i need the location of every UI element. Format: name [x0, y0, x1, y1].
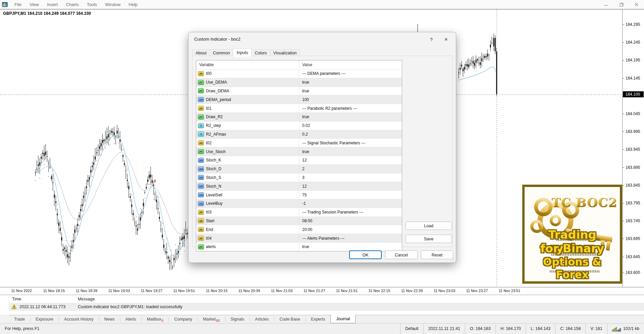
- param-row-t00[interactable]: abt00--- DEMA parameters ---: [196, 69, 402, 78]
- price-axis[interactable]: 164.295164.245164.195164.145164.095164.0…: [622, 9, 644, 287]
- terminal-tab-signals[interactable]: Signals: [225, 315, 250, 323]
- terminal-tab-news[interactable]: News: [99, 315, 120, 323]
- param-row-Stoch_K[interactable]: 123Stoch_K12: [196, 156, 402, 165]
- terminal-tab-account-history[interactable]: Account History: [59, 315, 99, 323]
- minimize-button[interactable]: [599, 0, 614, 9]
- dialog-close-button[interactable]: ✕: [440, 35, 452, 44]
- menu-item-window[interactable]: Window: [101, 0, 124, 9]
- param-type-double-icon: ½: [198, 132, 204, 137]
- param-value[interactable]: 0.2: [299, 130, 402, 139]
- param-value[interactable]: true: [299, 78, 402, 87]
- terminal-panel: Time Message 2022.11.12 06:44:11.773 Cus…: [0, 295, 644, 315]
- param-row-R2_step[interactable]: ½R2_step0.02: [196, 122, 402, 130]
- param-row-t03[interactable]: abt03--- Trading Session Parameters ---: [196, 208, 402, 217]
- param-row-t01[interactable]: abt01--- Parabolic R2 parameters ---: [196, 104, 402, 113]
- param-variable-cell: abt02: [196, 139, 299, 147]
- param-row-DEMA_period[interactable]: 123DEMA_period100: [196, 95, 402, 104]
- menu-item-charts[interactable]: Charts: [62, 0, 83, 9]
- param-value[interactable]: --- Parabolic R2 parameters ---: [299, 104, 402, 112]
- param-row-t04[interactable]: abt04--- Alerts Parameters ---: [196, 234, 402, 243]
- param-value[interactable]: 12: [299, 156, 402, 164]
- restore-button[interactable]: [614, 0, 629, 9]
- param-variable-cell: abt04: [196, 234, 299, 242]
- param-row-R2_AFmax[interactable]: ½R2_AFmax0.2: [196, 130, 402, 139]
- param-value[interactable]: 75: [299, 191, 402, 199]
- price-tick-label: 163.645: [626, 254, 640, 259]
- close-button[interactable]: [629, 0, 644, 9]
- menu-item-view[interactable]: View: [25, 0, 43, 9]
- status-profile[interactable]: Default: [400, 324, 423, 334]
- resize-grip[interactable]: [451, 257, 454, 261]
- param-row-t02[interactable]: abt02--- Signal Stochastic Parameters --…: [196, 139, 402, 147]
- terminal-tab-code-base[interactable]: Code Base: [274, 315, 306, 323]
- param-row-Stoch_S[interactable]: 123Stoch_S3: [196, 174, 402, 182]
- tab-label: Code Base: [279, 317, 300, 322]
- price-tick-label: 164.045: [626, 111, 640, 116]
- param-row-Draw_R2[interactable]: Draw_R2true: [196, 113, 402, 122]
- load-button[interactable]: Load: [406, 222, 452, 230]
- reset-button[interactable]: Reset: [421, 250, 453, 259]
- param-type-int-icon: 123: [198, 175, 204, 180]
- param-row-Stoch_N[interactable]: 123Stoch_N12: [196, 182, 402, 191]
- param-value[interactable]: --- Alerts Parameters ---: [299, 234, 402, 242]
- terminal-tab-mailbox[interactable]: Mailbox6: [142, 315, 169, 323]
- time-axis[interactable]: 11 Nov 202211 Nov 18:1511 Nov 18:3911 No…: [0, 287, 644, 295]
- dialog-title-bar[interactable]: Custom Indicator - boc2 ? ✕: [189, 32, 456, 47]
- terminal-tab-market[interactable]: Market86: [198, 315, 225, 323]
- param-value[interactable]: 12: [299, 182, 402, 190]
- param-name: Draw_DEMA: [206, 89, 229, 93]
- param-value[interactable]: --- DEMA parameters ---: [299, 69, 402, 78]
- param-type-int-icon: 123: [198, 158, 204, 163]
- param-variable-cell: Draw_R2: [196, 113, 299, 121]
- param-value[interactable]: 0.02: [299, 122, 402, 130]
- terminal-tab-exposure[interactable]: Exposure: [30, 315, 59, 323]
- param-variable-cell: 123DEMA_period: [196, 95, 299, 104]
- param-row-LevelBuy[interactable]: 123LevelBuy-1: [196, 199, 402, 208]
- save-button[interactable]: Save: [406, 235, 452, 243]
- param-variable-cell: ½R2_AFmax: [196, 130, 299, 139]
- cancel-button[interactable]: Cancel: [385, 250, 418, 259]
- terminal-tab-bar: TradeExposureAccount HistoryNewsAlertsMa…: [9, 315, 644, 323]
- param-variable-cell: Use_Stoch: [196, 147, 299, 156]
- param-row-Draw_DEMA[interactable]: Draw_DEMAtrue: [196, 87, 402, 96]
- param-value[interactable]: -1: [299, 199, 402, 208]
- ok-button[interactable]: OK: [349, 250, 382, 259]
- journal-log-row[interactable]: 2022.11.12 06:44:11.773 Custom indicator…: [9, 303, 644, 311]
- param-name: R2_step: [206, 123, 221, 128]
- param-value[interactable]: true: [299, 113, 402, 121]
- param-row-alerts[interactable]: alertstrue: [196, 243, 402, 251]
- param-value[interactable]: 100: [299, 95, 402, 104]
- param-variable-cell: 123LevelSell: [196, 191, 299, 199]
- param-row-LevelSell[interactable]: 123LevelSell75: [196, 191, 402, 199]
- terminal-tab-experts[interactable]: Experts: [306, 315, 330, 323]
- param-value[interactable]: 20:00: [299, 225, 402, 234]
- param-row-Use_DEMA[interactable]: Use_DEMAtrue: [196, 78, 402, 87]
- param-variable-cell: alerts: [196, 243, 299, 251]
- terminal-tab-articles[interactable]: Articles: [250, 315, 274, 323]
- param-value[interactable]: 08:00: [299, 217, 402, 225]
- param-row-Use_Stoch[interactable]: Use_Stochtrue: [196, 147, 402, 156]
- param-value[interactable]: 2: [299, 165, 402, 173]
- param-value[interactable]: true: [299, 147, 402, 156]
- column-message: Message: [78, 295, 95, 303]
- param-name: t03: [206, 210, 212, 214]
- menu-item-file[interactable]: File: [10, 0, 25, 9]
- param-value[interactable]: --- Trading Session Parameters ---: [299, 208, 402, 217]
- param-row-Stoch_D[interactable]: 123Stoch_D2: [196, 165, 402, 174]
- param-value[interactable]: 3: [299, 174, 402, 182]
- terminal-tab-trade[interactable]: Trade: [9, 315, 30, 323]
- terminal-tab-journal[interactable]: Journal: [330, 315, 356, 323]
- param-value[interactable]: --- Signal Stochastic Parameters ---: [299, 139, 402, 147]
- param-value[interactable]: true: [299, 243, 402, 251]
- menu-item-tools[interactable]: Tools: [83, 0, 101, 9]
- terminal-header: Time Message: [9, 295, 644, 303]
- terminal-tab-company[interactable]: Company: [169, 315, 198, 323]
- param-row-Start[interactable]: abStart08:00: [196, 217, 402, 226]
- dialog-help-button[interactable]: ?: [426, 35, 436, 44]
- menu-item-insert[interactable]: Insert: [43, 0, 62, 9]
- param-value[interactable]: true: [299, 87, 402, 95]
- param-row-End[interactable]: abEnd20:00: [196, 225, 402, 234]
- dialog-tab-inputs[interactable]: Inputs: [233, 48, 252, 57]
- menu-item-help[interactable]: Help: [124, 0, 142, 9]
- terminal-tab-alerts[interactable]: Alerts: [120, 315, 142, 323]
